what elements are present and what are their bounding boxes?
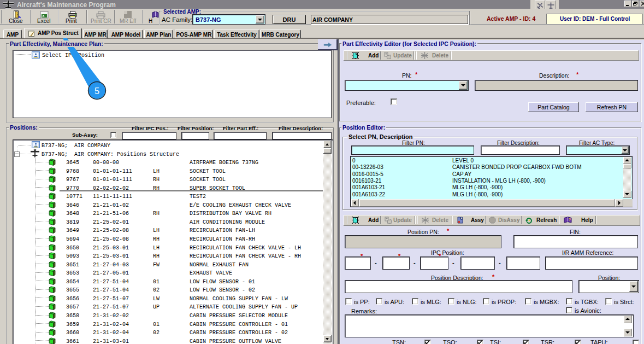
svg-text:5: 5: [94, 86, 99, 96]
svg-text:?: ?: [569, 218, 571, 221]
